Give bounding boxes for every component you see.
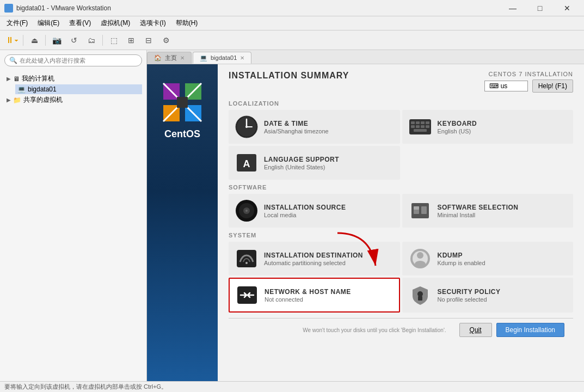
home-tab-close-icon[interactable]: ✕ [180, 55, 185, 61]
svg-rect-6 [177, 97, 188, 108]
software-section-label: SOFTWARE [229, 184, 573, 191]
svg-rect-19 [421, 125, 425, 128]
kdump-item[interactable]: KDUMP Kdump is enabled [402, 242, 574, 275]
search-icon: 🔍 [9, 57, 17, 64]
software-selection-item[interactable]: SOFTWARE SELECTION Minimal Install [402, 194, 574, 228]
network-icon [235, 283, 259, 307]
network-hostname-item[interactable]: NETWORK & HOST NAME Not connected [229, 278, 400, 313]
installation-destination-subtitle: Automatic partitioning selected [264, 260, 394, 266]
centos-version-block: CENTOS 7 INSTALLATION ⌨ us Help! (F1) [484, 71, 573, 93]
centos-version-label: CENTOS 7 INSTALLATION [484, 71, 573, 77]
software-selection-info: SOFTWARE SELECTION Minimal Install [438, 204, 568, 218]
keyboard-input-box[interactable]: ⌨ us [484, 81, 528, 91]
keyboard-icon-small: ⌨ [489, 82, 499, 90]
security-policy-icon [408, 283, 432, 307]
language-icon: A [235, 151, 259, 175]
help-button[interactable]: Help! (F1) [532, 79, 573, 93]
tab-bigdata01[interactable]: 💻 bigdata01 ✕ [193, 52, 251, 64]
title-bar: bigdata01 - VMware Workstation — □ ✕ [0, 0, 584, 16]
app-icon [4, 4, 13, 13]
quit-button[interactable]: Quit [459, 323, 492, 337]
keyboard-value: us [501, 82, 508, 90]
vm-tab-close-icon[interactable]: ✕ [240, 55, 244, 61]
installation-source-item[interactable]: INSTALLATION SOURCE Local media [229, 194, 400, 228]
tree-arrow-shared-icon: ▶ [7, 97, 11, 103]
sidebar-tree: ▶ 🖥 我的计算机 💻 bigdata01 ▶ 📁 共享的虚拟机 [0, 71, 146, 381]
svg-rect-30 [421, 206, 427, 214]
language-item[interactable]: A LANGUAGE SUPPORT English (United State… [229, 146, 400, 180]
language-title: LANGUAGE SUPPORT [264, 156, 394, 163]
menu-edit[interactable]: 编辑(E) [33, 17, 64, 29]
home-tab-label: 主页 [165, 54, 177, 62]
software-selection-title: SOFTWARE SELECTION [438, 204, 568, 211]
date-time-icon [235, 115, 259, 139]
view-button[interactable]: ⊟ [141, 33, 156, 48]
computer-icon: 🖥 [13, 75, 20, 83]
full-screen-button[interactable]: ⬚ [106, 33, 121, 48]
kdump-subtitle: Kdump is enabled [438, 260, 568, 266]
vm-content: CentOS INSTALLATION SUMMARY CENTOS 7 INS… [147, 64, 584, 381]
vm-tab-icon: 💻 [200, 54, 207, 62]
maximize-button[interactable]: □ [527, 0, 552, 16]
installation-destination-info: INSTALLATION DESTINATION Automatic parti… [264, 252, 394, 266]
sidebar-item-bigdata01[interactable]: 💻 bigdata01 [15, 84, 142, 94]
keyboard-item[interactable]: KEYBOARD English (US) [402, 110, 574, 144]
send-ctrl-alt-del-button[interactable]: ⏏ [27, 33, 42, 48]
svg-text:A: A [243, 158, 250, 169]
svg-rect-18 [416, 125, 420, 128]
toolbar: ⏸▾ ⏏ 📷 ↺ 🗂 ⬚ ⊞ ⊟ ⚙ [0, 30, 584, 50]
security-policy-item[interactable]: SECURITY POLICY No profile selected [402, 278, 574, 313]
close-button[interactable]: ✕ [555, 0, 580, 16]
sidebar: 🔍 ▶ 🖥 我的计算机 💻 bigdata01 ▶ 📁 共享的虚拟机 [0, 50, 147, 381]
date-time-info: DATE & TIME Asia/Shanghai timezone [264, 120, 394, 134]
snapshot-button[interactable]: 📷 [49, 33, 64, 48]
status-text: 要将输入定向到该虚拟机，请在虚拟机内部单击或按 Ctrl+G。 [4, 383, 167, 391]
installation-destination-icon [235, 247, 259, 271]
home-tab-icon: 🏠 [154, 54, 162, 62]
search-input[interactable] [20, 57, 137, 64]
menu-help[interactable]: 帮助(H) [171, 17, 202, 29]
centos-text: CentOS [164, 128, 200, 140]
status-bar: 要将输入定向到该虚拟机，请在虚拟机内部单击或按 Ctrl+G。 [0, 381, 584, 392]
date-time-item[interactable]: DATE & TIME Asia/Shanghai timezone [229, 110, 400, 144]
installation-source-title: INSTALLATION SOURCE [264, 204, 394, 211]
svg-point-11 [245, 126, 248, 128]
date-time-subtitle: Asia/Shanghai timezone [264, 128, 394, 134]
installation-source-info: INSTALLATION SOURCE Local media [264, 204, 394, 218]
install-header: INSTALLATION SUMMARY CENTOS 7 INSTALLATI… [229, 71, 573, 93]
svg-point-27 [245, 210, 248, 212]
software-selection-subtitle: Minimal Install [438, 212, 568, 218]
keyboard-input-row: ⌨ us Help! (F1) [484, 79, 573, 93]
sidebar-item-shared-vms[interactable]: ▶ 📁 共享的虚拟机 [4, 94, 142, 106]
localization-section-label: LOCALIZATION [229, 100, 573, 107]
svg-point-33 [245, 262, 248, 264]
installation-source-icon [235, 199, 259, 223]
sidebar-item-my-computer[interactable]: ▶ 🖥 我的计算机 [4, 73, 142, 84]
menu-view[interactable]: 查看(V) [65, 17, 95, 29]
toolbar-separator-3 [102, 35, 103, 46]
pause-button[interactable]: ⏸▾ [4, 33, 20, 48]
language-info: LANGUAGE SUPPORT English (United States) [264, 156, 394, 170]
svg-rect-20 [426, 125, 429, 128]
shared-vms-label: 共享的虚拟机 [23, 95, 63, 105]
install-title: INSTALLATION SUMMARY [229, 71, 349, 81]
sidebar-search-box[interactable]: 🔍 [4, 54, 142, 66]
network-info: NETWORK & HOST NAME Not connected [265, 288, 394, 303]
installation-destination-item[interactable]: INSTALLATION DESTINATION Automatic parti… [229, 242, 400, 275]
menu-vm[interactable]: 虚拟机(M) [96, 17, 134, 29]
kdump-title: KDUMP [438, 252, 568, 259]
tab-home[interactable]: 🏠 主页 ✕ [147, 52, 192, 64]
revert-button[interactable]: ↺ [66, 33, 82, 48]
menu-file[interactable]: 文件(F) [2, 17, 32, 29]
snapshot-manager-button[interactable]: 🗂 [84, 33, 99, 48]
security-policy-subtitle: No profile selected [438, 296, 568, 303]
svg-rect-17 [411, 125, 415, 128]
menu-bar: 文件(F) 编辑(E) 查看(V) 虚拟机(M) 选项卡(I) 帮助(H) [0, 16, 584, 30]
unity-button[interactable]: ⊞ [124, 33, 139, 48]
menu-tabs[interactable]: 选项卡(I) [136, 17, 170, 29]
keyboard-info: KEYBOARD English (US) [438, 120, 568, 134]
begin-installation-button[interactable]: Begin Installation [496, 323, 564, 337]
minimize-button[interactable]: — [500, 0, 525, 16]
localization-items-grid: DATE & TIME Asia/Shanghai timezone [229, 110, 573, 180]
vm-settings-button[interactable]: ⚙ [158, 33, 174, 48]
